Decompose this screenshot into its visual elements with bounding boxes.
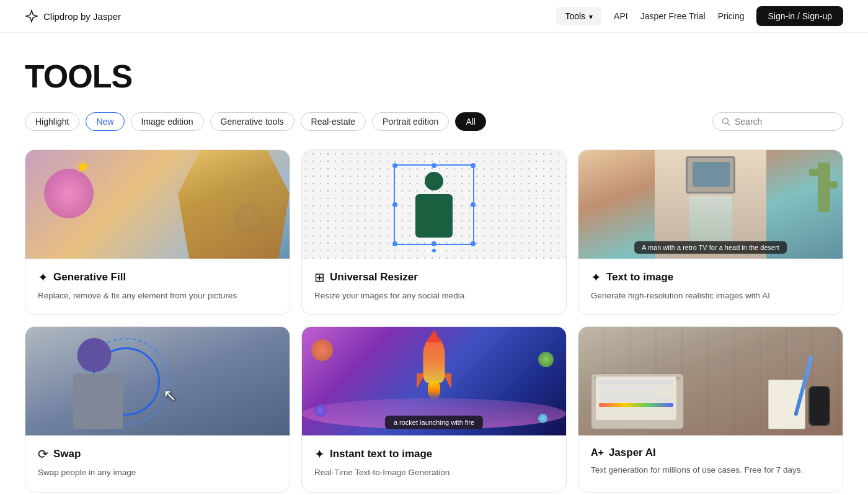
search-box — [712, 112, 843, 131]
card-body-generative-fill: ✦ Generative Fill Replace, remove & fix … — [25, 259, 290, 314]
instant-text-overlay: a rocket launching with fire — [385, 416, 483, 429]
search-input[interactable] — [735, 117, 834, 127]
svg-line-1 — [728, 123, 730, 126]
text-to-image-title: Text to image — [606, 271, 673, 283]
instant-text-title: Instant text to image — [330, 448, 432, 460]
card-body-jasper-ai: A+ Jasper AI Text generation for million… — [578, 435, 843, 489]
signin-button[interactable]: Sign-in / Sign-up — [756, 6, 843, 26]
filter-image-edition[interactable]: Image edition — [131, 112, 204, 131]
instant-text-desc: Real-Time Text-to-Image Generation — [314, 466, 554, 479]
tool-card-generative-fill[interactable]: ★ ✦ Generative Fill Replace, remove & fi… — [25, 149, 290, 315]
text-to-image-desc: Generate high-resolution realistic image… — [591, 290, 830, 302]
dot-nav-1 — [426, 249, 430, 252]
dot-nav-2 — [432, 249, 436, 252]
resize-handle-mr — [471, 202, 476, 207]
generative-fill-title: Generative Fill — [53, 271, 126, 283]
jasper-ai-title: Jasper AI — [609, 447, 656, 459]
tool-card-instant-text[interactable]: a rocket launching with fire ✦ Instant t… — [301, 326, 567, 492]
tool-card-swap[interactable]: ↖ ⟳ Swap Swap people in any image — [25, 326, 290, 492]
card-body-instant-text: ✦ Instant text to image Real-Time Text-t… — [302, 435, 566, 491]
resize-handle-tr — [471, 163, 476, 168]
trial-link[interactable]: Jasper Free Trial — [640, 11, 706, 21]
filter-bar: Highlight New Image edition Generative t… — [25, 112, 843, 131]
universal-resizer-icon: ⊞ — [314, 270, 325, 285]
filter-portrait-edition[interactable]: Portrait edition — [372, 112, 449, 131]
jasper-ai-icon: A+ — [591, 447, 604, 458]
card-image-swap: ↖ — [25, 327, 290, 435]
card-body-universal-resizer: ⊞ Universal Resizer Resize your images f… — [302, 259, 566, 314]
main-content: TOOLS Highlight New Image edition Genera… — [0, 33, 868, 495]
resize-handle-tl — [392, 163, 397, 168]
card-image-text-to-image: A man with a retro TV for a head in the … — [578, 150, 843, 259]
header: Clipdrop by Jasper Tools API Jasper Free… — [0, 0, 868, 33]
universal-resizer-title: Universal Resizer — [330, 271, 418, 283]
swap-title: Swap — [53, 448, 81, 460]
universal-resizer-desc: Resize your images for any social media — [314, 290, 554, 302]
text-to-image-overlay: A man with a retro TV for a head in the … — [634, 241, 787, 254]
filter-generative-tools[interactable]: Generative tools — [210, 112, 294, 131]
api-link[interactable]: API — [614, 11, 628, 21]
search-icon — [722, 117, 730, 126]
swap-desc: Swap people in any image — [38, 466, 277, 479]
resize-handle-bl — [392, 241, 397, 246]
filter-new[interactable]: New — [86, 112, 124, 131]
pricing-link[interactable]: Pricing — [718, 11, 745, 21]
tools-menu-button[interactable]: Tools — [556, 7, 601, 25]
generative-fill-desc: Replace, remove & fix any element from y… — [38, 290, 277, 302]
tools-label: Tools — [565, 11, 585, 21]
resize-handle-bc — [432, 241, 436, 246]
nav-right: Tools API Jasper Free Trial Pricing Sign… — [556, 6, 843, 26]
logo-text: Clipdrop by Jasper — [43, 11, 121, 22]
tool-card-jasper-ai[interactable]: A+ Jasper AI Text generation for million… — [578, 326, 843, 492]
filter-real-estate[interactable]: Real-estate — [301, 112, 366, 131]
card-image-instant-text: a rocket launching with fire — [302, 327, 566, 435]
cursor-icon: ↖ — [163, 386, 177, 405]
filter-all[interactable]: All — [455, 112, 486, 131]
jasper-ai-desc: Text generation for millions of use case… — [591, 464, 830, 476]
card-body-swap: ⟳ Swap Swap people in any image — [25, 435, 290, 491]
resize-handle-br — [471, 241, 476, 246]
instant-text-icon: ✦ — [314, 447, 325, 462]
card-image-generative-fill: ★ — [25, 150, 290, 259]
tools-grid: ★ ✦ Generative Fill Replace, remove & fi… — [25, 149, 843, 495]
card-image-jasper-ai — [578, 327, 843, 435]
logo[interactable]: Clipdrop by Jasper — [25, 9, 121, 23]
filter-highlight[interactable]: Highlight — [25, 112, 79, 131]
logo-icon — [25, 9, 38, 23]
resize-handle-tc — [432, 163, 436, 168]
tool-card-universal-resizer[interactable]: ⊞ Universal Resizer Resize your images f… — [301, 149, 567, 315]
dot-nav-3 — [438, 249, 442, 252]
page-title: TOOLS — [25, 58, 843, 95]
tool-card-text-to-image[interactable]: A man with a retro TV for a head in the … — [578, 149, 843, 315]
generative-fill-icon: ✦ — [38, 270, 48, 285]
text-to-image-icon: ✦ — [591, 270, 601, 285]
swap-icon: ⟳ — [38, 447, 48, 462]
card-body-text-to-image: ✦ Text to image Generate high-resolution… — [578, 259, 843, 314]
resize-handle-ml — [392, 202, 397, 207]
chevron-down-icon — [589, 11, 593, 21]
card-image-universal-resizer — [302, 150, 566, 259]
